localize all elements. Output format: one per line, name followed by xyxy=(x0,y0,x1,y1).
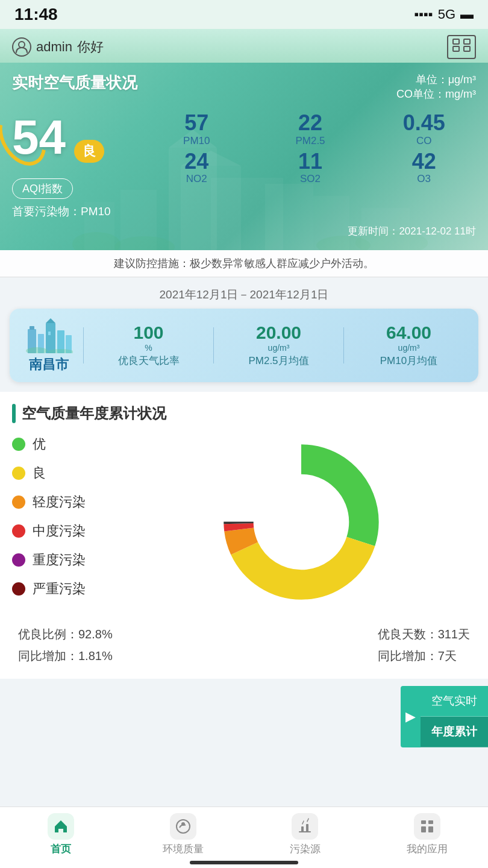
legend-item-moderate: 中度污染 xyxy=(12,522,108,540)
city-divider-3 xyxy=(343,327,344,363)
co-value: 0.45 xyxy=(372,111,476,135)
chart-area: 优 良 轻度污染 中度污染 重度污染 严重污染 xyxy=(12,435,476,609)
annual-section: 空气质量年度累计状况 优 良 轻度污染 中度污染 重度污染 xyxy=(0,392,488,679)
city-pm10-unit: ug/m³ xyxy=(351,343,466,353)
stat-block-left: 优良比例：92.8% 同比增加：1.81% xyxy=(18,623,113,667)
city-pm25-value: 20.00 xyxy=(221,322,336,343)
side-tabs-stack: 空气实时 年度累计 xyxy=(421,686,488,747)
aqi-left: 54 良 AQI指数 首要污染物：PM10 xyxy=(12,107,145,219)
city-divider-2 xyxy=(213,327,214,363)
city-stat-pm10: 64.00 ug/m³ PM10月均值 xyxy=(351,322,466,368)
donut-center xyxy=(254,475,348,569)
env-nav-icon xyxy=(170,813,196,840)
no2-value: 24 xyxy=(145,149,249,174)
stat-block-right: 优良天数：311天 同比增加：7天 xyxy=(378,623,470,667)
apps-nav-icon xyxy=(414,813,440,840)
svg-rect-3 xyxy=(453,46,459,51)
legend-item-excellent: 优 xyxy=(12,435,108,453)
aqi-number-wrap: 54 良 xyxy=(12,113,104,163)
svg-rect-32 xyxy=(306,824,308,832)
svg-rect-37 xyxy=(428,826,433,832)
side-tab-realtime[interactable]: 空气实时 xyxy=(421,686,488,717)
expand-icon[interactable] xyxy=(447,35,476,59)
status-time: 11:48 xyxy=(14,5,58,24)
good-ratio-label: 优良比例：92.8% xyxy=(18,623,113,645)
metric-so2: 11 SO2 xyxy=(258,149,363,186)
legend-dot-light xyxy=(12,495,25,509)
o3-label: O3 xyxy=(372,173,476,185)
city-pm10-value: 64.00 xyxy=(351,322,466,343)
legend-label-good: 良 xyxy=(33,464,46,482)
nav-item-pollution[interactable]: 污染源 xyxy=(244,813,366,856)
network-label: 5G xyxy=(438,7,455,22)
aqi-index-button[interactable]: AQI指数 xyxy=(12,178,73,199)
city-pm10-label: PM10月均值 xyxy=(351,354,466,368)
city-stat-pm25: 20.00 ug/m³ PM2.5月均值 xyxy=(221,322,336,368)
city-icon-area: 南昌市 xyxy=(22,317,76,374)
svg-rect-20 xyxy=(30,326,34,330)
pm10-label: PM10 xyxy=(145,135,249,147)
city-stat-good-weather: 100 % 优良天气比率 xyxy=(91,322,206,368)
pm10-value: 57 xyxy=(145,111,249,135)
section-indicator xyxy=(12,404,16,423)
city-name: 南昌市 xyxy=(29,356,69,374)
legend-label-light: 轻度污染 xyxy=(33,493,86,511)
so2-value: 11 xyxy=(258,149,363,174)
legend-item-good: 良 xyxy=(12,464,108,482)
co-label: CO xyxy=(372,135,476,147)
advisory-bar: 建议防控措施：极少数异常敏感人群应减少户外活动。 xyxy=(0,250,488,277)
city-pm25-unit: ug/m³ xyxy=(221,343,336,353)
city-pm25-label: PM2.5月均值 xyxy=(221,354,336,368)
metric-pm10: 57 PM10 xyxy=(145,111,249,147)
metric-o3: 42 O3 xyxy=(372,149,476,186)
svg-rect-22 xyxy=(46,323,55,353)
side-tab-arrow-button[interactable]: ▶ xyxy=(401,686,421,747)
status-bar: 11:48 ▪▪▪▪ 5G ▬ xyxy=(0,0,488,29)
username-label: admin xyxy=(36,39,72,55)
legend-dot-moderate xyxy=(12,524,25,538)
user-info: admin 你好 xyxy=(12,37,104,57)
nav-item-home[interactable]: 首页 xyxy=(0,813,122,856)
legend-dot-excellent xyxy=(12,438,25,451)
o3-value: 42 xyxy=(372,149,476,174)
yoy-ratio-label: 同比增加：1.81% xyxy=(18,645,113,667)
env-nav-label: 环境质量 xyxy=(163,842,204,856)
apps-nav-label: 我的应用 xyxy=(407,842,448,856)
greeting-label: 你好 xyxy=(77,38,104,56)
so2-label: SO2 xyxy=(258,173,363,185)
section-title: 空气质量年度累计状况 xyxy=(22,404,166,423)
svg-rect-36 xyxy=(421,826,426,832)
main-pollutant-label: 首要污染物：PM10 xyxy=(12,204,145,219)
no2-label: NO2 xyxy=(145,173,249,185)
update-time: 更新时间：2021-12-02 11时 xyxy=(12,224,476,238)
svg-marker-23 xyxy=(46,318,55,323)
metric-co: 0.45 CO xyxy=(372,111,476,147)
home-nav-icon xyxy=(48,813,74,840)
legend-label-severe: 严重污染 xyxy=(33,580,86,598)
nav-item-env[interactable]: 环境质量 xyxy=(122,813,245,856)
svg-point-0 xyxy=(19,42,25,48)
air-quality-hero: 实时空气质量状况 单位：μg/m³ CO单位：mg/m³ 54 良 AQI指数 … xyxy=(0,63,488,250)
side-tab-group: ▶ 空气实时 年度累计 xyxy=(401,686,488,747)
yoy-days-label: 同比增加：7天 xyxy=(378,645,470,667)
legend-dot-good xyxy=(12,467,25,480)
legend-item-severe: 严重污染 xyxy=(12,580,108,598)
legend-area: 优 良 轻度污染 中度污染 重度污染 严重污染 xyxy=(12,435,108,609)
nav-item-apps[interactable]: 我的应用 xyxy=(366,813,489,856)
home-nav-label: 首页 xyxy=(51,842,71,856)
svg-point-30 xyxy=(181,822,185,826)
co-unit-label: CO单位：mg/m³ xyxy=(396,87,476,101)
section-header: 空气质量年度累计状况 xyxy=(12,404,476,423)
good-weather-unit: % xyxy=(91,343,206,353)
city-divider-1 xyxy=(83,327,84,363)
svg-rect-2 xyxy=(464,39,470,44)
pollution-nav-icon xyxy=(292,813,318,840)
unit-label: 单位：μg/m³ xyxy=(396,72,476,87)
metric-pm25: 22 PM2.5 xyxy=(258,111,363,147)
aqi-grade-badge: 良 xyxy=(74,140,104,163)
signal-icon: ▪▪▪▪ xyxy=(414,7,433,22)
side-tab-annual[interactable]: 年度累计 xyxy=(421,717,488,747)
stats-bottom: 优良比例：92.8% 同比增加：1.81% 优良天数：311天 同比增加：7天 xyxy=(12,623,476,667)
bottom-nav: 首页 环境质量 污染源 xyxy=(0,807,488,868)
legend-label-heavy: 重度污染 xyxy=(33,551,86,569)
